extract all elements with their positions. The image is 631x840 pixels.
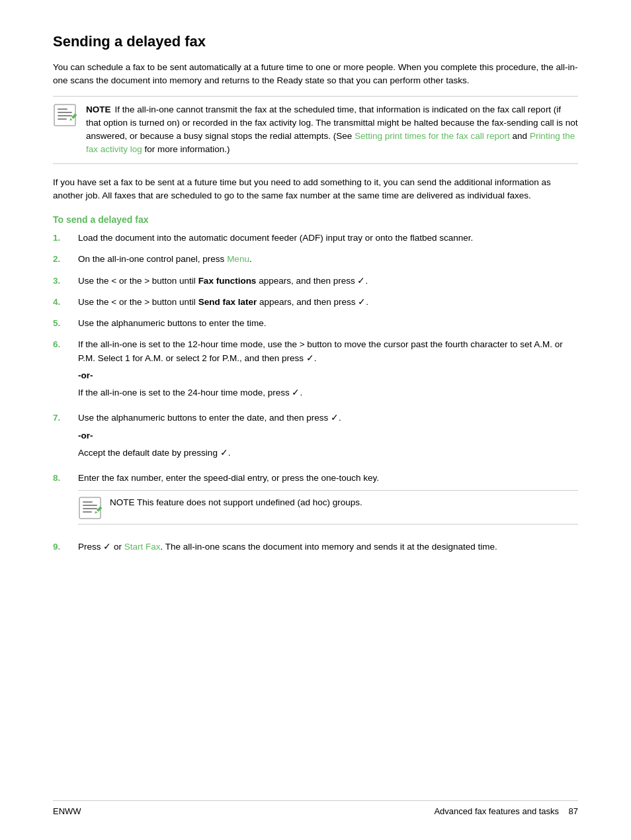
step-8-text: Enter the fax number, enter the speed-di…	[78, 473, 379, 483]
procedure-heading: To send a delayed fax	[53, 214, 578, 225]
page: Sending a delayed fax You can schedule a…	[0, 0, 631, 840]
note-end-text: for more information.)	[142, 144, 230, 154]
footer-left: ENWW	[53, 806, 81, 816]
svg-rect-9	[83, 511, 92, 513]
step-4-text-end: appears, and then press ✓.	[257, 297, 368, 307]
step-4-bold: Send fax later	[198, 297, 257, 307]
step-6-or-text: If the all-in-one is set to the 24-hour …	[78, 386, 578, 399]
step-2-text-after: .	[249, 254, 252, 264]
note-content-1: NOTEIf the all-in-one cannot transmit th…	[86, 103, 578, 157]
step-1-content: Load the document into the automatic doc…	[78, 231, 578, 245]
intro-paragraph-1: You can schedule a fax to be sent automa…	[53, 61, 578, 88]
footer-page-num: 87	[569, 806, 578, 816]
svg-rect-1	[58, 108, 67, 110]
step-9-link[interactable]: Start Fax	[124, 542, 161, 552]
svg-rect-4	[58, 118, 67, 120]
footer-right-label: Advanced fax features and tasks	[434, 806, 559, 816]
step-7-num: 7.	[53, 411, 78, 425]
svg-rect-7	[83, 505, 97, 506]
inner-note-icon-8	[78, 496, 101, 519]
step-6-text: If the all-in-one is set to the 12-hour …	[78, 339, 563, 362]
step-7-text: Use the alphanumeric buttons to enter th…	[78, 413, 341, 423]
step-6: 6. If the all-in-one is set to the 12-ho…	[53, 338, 578, 403]
svg-rect-3	[58, 115, 72, 116]
step-1-text: Load the document into the automatic doc…	[78, 233, 473, 243]
intro-paragraph-2: If you have set a fax to be sent at a fu…	[53, 176, 578, 203]
step-6-or-label: -or-	[78, 369, 578, 382]
step-3-bold: Fax functions	[198, 276, 257, 286]
steps-list: 1. Load the document into the automatic …	[53, 231, 578, 554]
step-2-num: 2.	[53, 253, 78, 266]
step-2-text-before: On the all-in-one control panel, press	[78, 254, 227, 264]
step-5: 5. Use the alphanumeric buttons to enter…	[53, 317, 578, 330]
step-9-text-after: . The all-in-one scans the document into…	[161, 542, 497, 552]
step-3-num: 3.	[53, 274, 78, 288]
inner-note-content-8: NOTE This feature does not support undef…	[110, 496, 362, 509]
footer: ENWW Advanced fax features and tasks 87	[53, 800, 578, 816]
step-9-num: 9.	[53, 540, 78, 554]
note-icon-1	[53, 103, 77, 127]
step-8-content: Enter the fax number, enter the speed-di…	[78, 472, 578, 532]
footer-right: Advanced fax features and tasks 87	[434, 806, 578, 816]
svg-rect-8	[83, 508, 97, 509]
step-7-or-text: Accept the default date by pressing ✓.	[78, 446, 578, 460]
step-7-or-label: -or-	[78, 429, 578, 442]
note-box-1: NOTEIf the all-in-one cannot transmit th…	[53, 96, 578, 164]
svg-rect-6	[83, 501, 93, 503]
note-middle-text: and	[510, 131, 530, 141]
step-3-text-end: appears, and then press ✓.	[256, 276, 368, 286]
step-1: 1. Load the document into the automatic …	[53, 231, 578, 245]
step-2-link[interactable]: Menu	[227, 254, 249, 264]
step-5-num: 5.	[53, 317, 78, 330]
step-7: 7. Use the alphanumeric buttons to enter…	[53, 411, 578, 464]
step-5-content: Use the alphanumeric buttons to enter th…	[78, 317, 578, 330]
note-label-1: NOTE	[86, 105, 111, 114]
inner-note-label-8: NOTE	[110, 497, 135, 507]
svg-rect-2	[58, 112, 72, 113]
step-4-num: 4.	[53, 296, 78, 309]
step-4-text-plain: Use the < or the > button until	[78, 297, 198, 307]
step-4-content: Use the < or the > button until Send fax…	[78, 296, 578, 309]
step-3-content: Use the < or the > button until Fax func…	[78, 274, 578, 288]
note-link-1[interactable]: Setting print times for the fax call rep…	[355, 131, 510, 141]
step-6-content: If the all-in-one is set to the 12-hour …	[78, 338, 578, 403]
step-2-content: On the all-in-one control panel, press M…	[78, 253, 578, 266]
page-title: Sending a delayed fax	[53, 33, 578, 50]
inner-note-text-8: This feature does not support undefined …	[137, 497, 362, 507]
step-3-text-plain: Use the < or the > button until	[78, 276, 198, 286]
step-7-content: Use the alphanumeric buttons to enter th…	[78, 411, 578, 464]
step-6-num: 6.	[53, 338, 78, 351]
inner-note-box-8: NOTE This feature does not support undef…	[78, 490, 578, 525]
step-8: 8. Enter the fax number, enter the speed…	[53, 472, 578, 532]
step-8-num: 8.	[53, 472, 78, 485]
step-9: 9. Press ✓ or Start Fax. The all-in-one …	[53, 540, 578, 554]
step-2: 2. On the all-in-one control panel, pres…	[53, 253, 578, 266]
step-9-text-before: Press ✓ or	[78, 542, 124, 552]
step-4: 4. Use the < or the > button until Send …	[53, 296, 578, 309]
step-9-content: Press ✓ or Start Fax. The all-in-one sca…	[78, 540, 578, 554]
step-3: 3. Use the < or the > button until Fax f…	[53, 274, 578, 288]
step-5-text: Use the alphanumeric buttons to enter th…	[78, 318, 266, 328]
step-1-num: 1.	[53, 231, 78, 245]
